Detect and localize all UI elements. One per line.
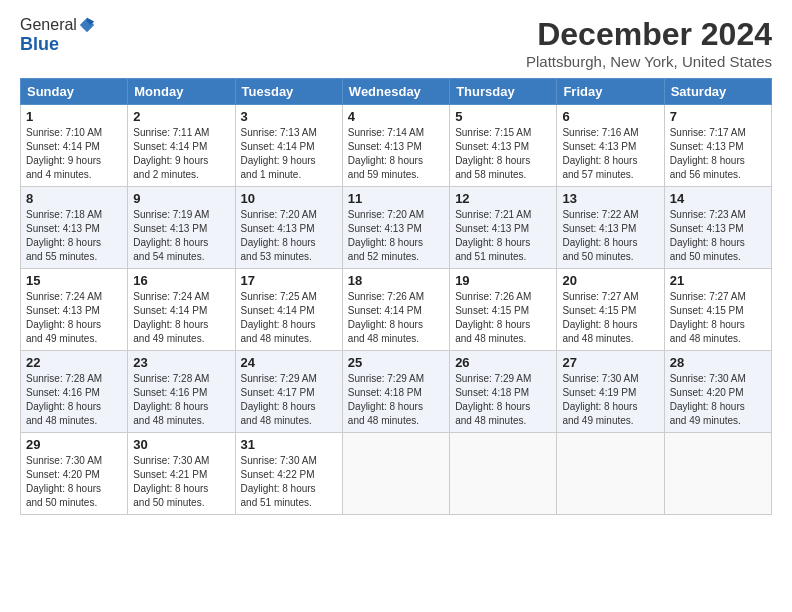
day-info: Sunrise: 7:11 AMSunset: 4:14 PMDaylight:… <box>133 126 229 182</box>
day-number: 29 <box>26 437 122 452</box>
day-info: Sunrise: 7:28 AMSunset: 4:16 PMDaylight:… <box>26 372 122 428</box>
logo: General Blue <box>20 16 96 55</box>
calendar-cell: 26Sunrise: 7:29 AMSunset: 4:18 PMDayligh… <box>450 351 557 433</box>
day-info: Sunrise: 7:10 AMSunset: 4:14 PMDaylight:… <box>26 126 122 182</box>
day-info: Sunrise: 7:30 AMSunset: 4:20 PMDaylight:… <box>670 372 766 428</box>
calendar-cell: 18Sunrise: 7:26 AMSunset: 4:14 PMDayligh… <box>342 269 449 351</box>
day-info: Sunrise: 7:14 AMSunset: 4:13 PMDaylight:… <box>348 126 444 182</box>
day-number: 16 <box>133 273 229 288</box>
day-number: 25 <box>348 355 444 370</box>
day-info: Sunrise: 7:26 AMSunset: 4:15 PMDaylight:… <box>455 290 551 346</box>
page-title: December 2024 <box>526 16 772 53</box>
calendar-cell: 17Sunrise: 7:25 AMSunset: 4:14 PMDayligh… <box>235 269 342 351</box>
day-info: Sunrise: 7:28 AMSunset: 4:16 PMDaylight:… <box>133 372 229 428</box>
logo-general-text: General <box>20 16 77 34</box>
day-number: 6 <box>562 109 658 124</box>
day-info: Sunrise: 7:30 AMSunset: 4:22 PMDaylight:… <box>241 454 337 510</box>
day-info: Sunrise: 7:26 AMSunset: 4:14 PMDaylight:… <box>348 290 444 346</box>
calendar-cell: 6Sunrise: 7:16 AMSunset: 4:13 PMDaylight… <box>557 105 664 187</box>
calendar-cell: 8Sunrise: 7:18 AMSunset: 4:13 PMDaylight… <box>21 187 128 269</box>
day-number: 21 <box>670 273 766 288</box>
day-number: 28 <box>670 355 766 370</box>
day-info: Sunrise: 7:27 AMSunset: 4:15 PMDaylight:… <box>670 290 766 346</box>
col-friday: Friday <box>557 79 664 105</box>
day-number: 24 <box>241 355 337 370</box>
day-info: Sunrise: 7:27 AMSunset: 4:15 PMDaylight:… <box>562 290 658 346</box>
calendar-cell: 9Sunrise: 7:19 AMSunset: 4:13 PMDaylight… <box>128 187 235 269</box>
day-info: Sunrise: 7:24 AMSunset: 4:13 PMDaylight:… <box>26 290 122 346</box>
day-number: 8 <box>26 191 122 206</box>
day-number: 14 <box>670 191 766 206</box>
day-info: Sunrise: 7:30 AMSunset: 4:20 PMDaylight:… <box>26 454 122 510</box>
calendar-cell: 22Sunrise: 7:28 AMSunset: 4:16 PMDayligh… <box>21 351 128 433</box>
calendar-cell: 7Sunrise: 7:17 AMSunset: 4:13 PMDaylight… <box>664 105 771 187</box>
day-number: 22 <box>26 355 122 370</box>
col-wednesday: Wednesday <box>342 79 449 105</box>
day-number: 19 <box>455 273 551 288</box>
day-number: 7 <box>670 109 766 124</box>
day-info: Sunrise: 7:24 AMSunset: 4:14 PMDaylight:… <box>133 290 229 346</box>
logo-icon <box>78 16 96 34</box>
day-info: Sunrise: 7:16 AMSunset: 4:13 PMDaylight:… <box>562 126 658 182</box>
calendar-cell: 11Sunrise: 7:20 AMSunset: 4:13 PMDayligh… <box>342 187 449 269</box>
day-number: 13 <box>562 191 658 206</box>
col-tuesday: Tuesday <box>235 79 342 105</box>
calendar-cell: 23Sunrise: 7:28 AMSunset: 4:16 PMDayligh… <box>128 351 235 433</box>
calendar-cell: 4Sunrise: 7:14 AMSunset: 4:13 PMDaylight… <box>342 105 449 187</box>
day-number: 20 <box>562 273 658 288</box>
col-sunday: Sunday <box>21 79 128 105</box>
logo-blue-text: Blue <box>20 34 59 54</box>
week-row-3: 15Sunrise: 7:24 AMSunset: 4:13 PMDayligh… <box>21 269 772 351</box>
calendar-cell: 25Sunrise: 7:29 AMSunset: 4:18 PMDayligh… <box>342 351 449 433</box>
calendar-cell: 16Sunrise: 7:24 AMSunset: 4:14 PMDayligh… <box>128 269 235 351</box>
calendar-cell: 5Sunrise: 7:15 AMSunset: 4:13 PMDaylight… <box>450 105 557 187</box>
calendar-header-row: Sunday Monday Tuesday Wednesday Thursday… <box>21 79 772 105</box>
day-number: 11 <box>348 191 444 206</box>
day-info: Sunrise: 7:13 AMSunset: 4:14 PMDaylight:… <box>241 126 337 182</box>
day-info: Sunrise: 7:17 AMSunset: 4:13 PMDaylight:… <box>670 126 766 182</box>
calendar-cell: 21Sunrise: 7:27 AMSunset: 4:15 PMDayligh… <box>664 269 771 351</box>
calendar-cell: 24Sunrise: 7:29 AMSunset: 4:17 PMDayligh… <box>235 351 342 433</box>
day-number: 31 <box>241 437 337 452</box>
day-info: Sunrise: 7:22 AMSunset: 4:13 PMDaylight:… <box>562 208 658 264</box>
calendar-cell: 29Sunrise: 7:30 AMSunset: 4:20 PMDayligh… <box>21 433 128 515</box>
calendar-cell: 19Sunrise: 7:26 AMSunset: 4:15 PMDayligh… <box>450 269 557 351</box>
day-number: 15 <box>26 273 122 288</box>
col-thursday: Thursday <box>450 79 557 105</box>
day-info: Sunrise: 7:29 AMSunset: 4:17 PMDaylight:… <box>241 372 337 428</box>
day-number: 9 <box>133 191 229 206</box>
calendar-cell: 28Sunrise: 7:30 AMSunset: 4:20 PMDayligh… <box>664 351 771 433</box>
calendar-table: Sunday Monday Tuesday Wednesday Thursday… <box>20 78 772 515</box>
day-info: Sunrise: 7:29 AMSunset: 4:18 PMDaylight:… <box>455 372 551 428</box>
day-number: 27 <box>562 355 658 370</box>
calendar-cell: 1Sunrise: 7:10 AMSunset: 4:14 PMDaylight… <box>21 105 128 187</box>
day-number: 5 <box>455 109 551 124</box>
calendar-cell: 3Sunrise: 7:13 AMSunset: 4:14 PMDaylight… <box>235 105 342 187</box>
day-info: Sunrise: 7:20 AMSunset: 4:13 PMDaylight:… <box>241 208 337 264</box>
day-info: Sunrise: 7:29 AMSunset: 4:18 PMDaylight:… <box>348 372 444 428</box>
calendar-cell: 30Sunrise: 7:30 AMSunset: 4:21 PMDayligh… <box>128 433 235 515</box>
calendar-cell: 12Sunrise: 7:21 AMSunset: 4:13 PMDayligh… <box>450 187 557 269</box>
calendar-cell: 15Sunrise: 7:24 AMSunset: 4:13 PMDayligh… <box>21 269 128 351</box>
day-info: Sunrise: 7:18 AMSunset: 4:13 PMDaylight:… <box>26 208 122 264</box>
day-info: Sunrise: 7:30 AMSunset: 4:19 PMDaylight:… <box>562 372 658 428</box>
week-row-2: 8Sunrise: 7:18 AMSunset: 4:13 PMDaylight… <box>21 187 772 269</box>
calendar-cell <box>664 433 771 515</box>
day-number: 1 <box>26 109 122 124</box>
day-info: Sunrise: 7:19 AMSunset: 4:13 PMDaylight:… <box>133 208 229 264</box>
day-number: 17 <box>241 273 337 288</box>
day-number: 10 <box>241 191 337 206</box>
header: General Blue December 2024 Plattsburgh, … <box>20 16 772 70</box>
week-row-4: 22Sunrise: 7:28 AMSunset: 4:16 PMDayligh… <box>21 351 772 433</box>
day-number: 3 <box>241 109 337 124</box>
day-number: 12 <box>455 191 551 206</box>
calendar-cell: 10Sunrise: 7:20 AMSunset: 4:13 PMDayligh… <box>235 187 342 269</box>
calendar-cell <box>342 433 449 515</box>
day-info: Sunrise: 7:23 AMSunset: 4:13 PMDaylight:… <box>670 208 766 264</box>
calendar-cell <box>450 433 557 515</box>
day-number: 23 <box>133 355 229 370</box>
col-saturday: Saturday <box>664 79 771 105</box>
col-monday: Monday <box>128 79 235 105</box>
calendar-cell: 2Sunrise: 7:11 AMSunset: 4:14 PMDaylight… <box>128 105 235 187</box>
day-number: 26 <box>455 355 551 370</box>
